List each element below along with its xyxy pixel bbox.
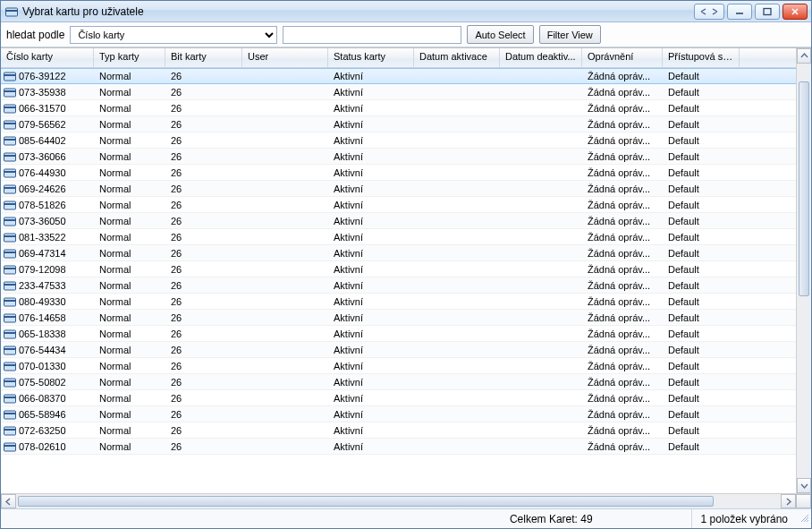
- cell-opr: Žádná opráv...: [582, 408, 663, 421]
- maximize-button[interactable]: [755, 4, 780, 20]
- close-button[interactable]: [782, 4, 808, 20]
- svg-rect-5: [4, 89, 16, 97]
- cell-akt: [414, 188, 500, 190]
- horizontal-scrollbar[interactable]: [1, 493, 811, 508]
- cell-bit: 26: [165, 328, 242, 340]
- cell-cislo: 066-08370: [1, 392, 94, 405]
- cell-user: [242, 349, 328, 351]
- table-row[interactable]: 076-14658Normal26AktivníŽádná opráv...De…: [1, 310, 796, 326]
- table-row[interactable]: 073-35938Normal26AktivníŽádná opráv...De…: [1, 84, 796, 100]
- cell-akt: [414, 269, 500, 270]
- table-row[interactable]: 069-47314Normal26AktivníŽádná opráv...De…: [1, 245, 796, 261]
- scroll-thumb[interactable]: [799, 81, 809, 296]
- card-icon: [4, 216, 16, 226]
- cell-skup: Default: [663, 134, 740, 147]
- nav-button[interactable]: [694, 4, 724, 20]
- col-user[interactable]: User: [242, 48, 328, 67]
- svg-rect-10: [4, 123, 16, 124]
- table-row[interactable]: 065-18338Normal26AktivníŽádná opráv...De…: [1, 326, 796, 342]
- table-row[interactable]: 078-51826Normal26AktivníŽádná opráv...De…: [1, 197, 796, 213]
- cell-text: 078-02610: [19, 441, 66, 452]
- col-typ-karty[interactable]: Typ karty: [94, 48, 165, 67]
- table-row[interactable]: 072-63250Normal26AktivníŽádná opráv...De…: [1, 422, 796, 439]
- cell-bit: 26: [165, 344, 242, 356]
- table-row[interactable]: 073-36066Normal26AktivníŽádná opráv...De…: [1, 149, 796, 165]
- cell-opr: Žádná opráv...: [582, 134, 663, 147]
- table-row[interactable]: 078-02610Normal26AktivníŽádná opráv...De…: [1, 439, 796, 455]
- hscroll-thumb[interactable]: [18, 496, 714, 507]
- col-datum-deaktivace[interactable]: Datum deaktiv...: [500, 48, 582, 67]
- table-row[interactable]: 066-08370Normal26AktivníŽádná opráv...De…: [1, 390, 796, 406]
- minimize-button[interactable]: [727, 4, 752, 20]
- cell-cislo: 076-54434: [1, 344, 94, 356]
- cell-cislo: 070-01330: [1, 360, 94, 372]
- cell-deakt: [500, 285, 582, 286]
- cell-skup: Default: [663, 199, 740, 211]
- table-row[interactable]: 066-31570Normal26AktivníŽádná opráv...De…: [1, 100, 796, 116]
- cell-status: Aktivní: [328, 344, 414, 356]
- cell-user: [242, 156, 328, 158]
- cell-status: Aktivní: [328, 279, 414, 292]
- resize-grip[interactable]: [797, 512, 811, 525]
- card-icon: [4, 183, 16, 194]
- cell-cislo: 076-39122: [1, 70, 94, 82]
- cell-opr: Žádná opráv...: [582, 440, 663, 453]
- col-datum-aktivace[interactable]: Datum aktivace: [414, 48, 500, 67]
- scroll-down-button[interactable]: [797, 478, 811, 493]
- svg-rect-42: [4, 380, 16, 382]
- cell-typ: Normal: [94, 295, 165, 308]
- cell-opr: Žádná opráv...: [582, 295, 663, 308]
- scroll-right-button[interactable]: [781, 494, 796, 508]
- table-row[interactable]: 076-39122Normal26AktivníŽádná opráv...De…: [1, 68, 796, 84]
- col-pristupova-skupina[interactable]: Přístupová skup...: [663, 48, 740, 67]
- svg-rect-32: [4, 300, 16, 302]
- table-row[interactable]: 079-12098Normal26AktivníŽádná opráv...De…: [1, 261, 796, 277]
- svg-rect-49: [4, 443, 16, 451]
- table-row[interactable]: 081-33522Normal26AktivníŽádná opráv...De…: [1, 229, 796, 245]
- scroll-track[interactable]: [797, 64, 811, 478]
- cell-typ: Normal: [94, 376, 165, 388]
- hscroll-track[interactable]: [16, 494, 781, 508]
- scroll-up-button[interactable]: [797, 48, 811, 64]
- table-row[interactable]: 070-01330Normal26AktivníŽádná opráv...De…: [1, 358, 796, 374]
- table-row[interactable]: 233-47533Normal26AktivníŽádná opráv...De…: [1, 277, 796, 294]
- cell-deakt: [500, 349, 582, 351]
- cell-skup: Default: [663, 183, 740, 195]
- card-icon: [4, 103, 16, 114]
- col-bit-karty[interactable]: Bit karty: [165, 48, 242, 67]
- cell-cislo: 079-12098: [1, 263, 94, 276]
- scroll-left-button[interactable]: [1, 494, 16, 508]
- svg-rect-45: [4, 411, 16, 419]
- table-row[interactable]: 080-49330Normal26AktivníŽádná opráv...De…: [1, 294, 796, 310]
- search-input[interactable]: [283, 26, 461, 44]
- cell-user: [242, 269, 328, 270]
- cell-cislo: 073-35938: [1, 86, 94, 98]
- cell-text: 069-24626: [19, 183, 66, 194]
- col-cislo-karty[interactable]: Číslo karty: [1, 48, 94, 67]
- vertical-scrollbar[interactable]: [796, 48, 811, 493]
- table-row[interactable]: 076-44930Normal26AktivníŽádná opráv...De…: [1, 165, 796, 181]
- table-row[interactable]: 065-58946Normal26AktivníŽádná opráv...De…: [1, 406, 796, 422]
- auto-select-button[interactable]: Auto Select: [467, 25, 533, 44]
- table-row[interactable]: 079-56562Normal26AktivníŽádná opráv...De…: [1, 116, 796, 132]
- cell-bit: 26: [165, 440, 242, 453]
- cell-opr: Žádná opráv...: [582, 118, 663, 131]
- table-row[interactable]: 085-64402Normal26AktivníŽádná opráv...De…: [1, 132, 796, 149]
- cell-skup: Default: [663, 102, 740, 115]
- cell-text: 073-36066: [19, 151, 66, 162]
- status-bar: Celkem Karet: 49 1 položek vybráno: [1, 508, 811, 528]
- cell-typ: Normal: [94, 199, 165, 211]
- cell-bit: 26: [165, 150, 242, 163]
- cell-status: Aktivní: [328, 311, 414, 324]
- col-status-karty[interactable]: Status karty: [328, 48, 414, 67]
- filter-view-button[interactable]: Filter View: [539, 25, 601, 44]
- cell-akt: [414, 317, 500, 319]
- table-row[interactable]: 069-24626Normal26AktivníŽádná opráv...De…: [1, 181, 796, 197]
- table-row[interactable]: 076-54434Normal26AktivníŽádná opráv...De…: [1, 342, 796, 358]
- col-opravneni[interactable]: Oprávnění: [582, 48, 663, 67]
- table-row[interactable]: 075-50802Normal26AktivníŽádná opráv...De…: [1, 374, 796, 390]
- cell-cislo: 069-47314: [1, 247, 94, 260]
- table-row[interactable]: 073-36050Normal26AktivníŽádná opráv...De…: [1, 213, 796, 229]
- cell-akt: [414, 236, 500, 238]
- search-field-select[interactable]: Číslo karty: [70, 26, 277, 44]
